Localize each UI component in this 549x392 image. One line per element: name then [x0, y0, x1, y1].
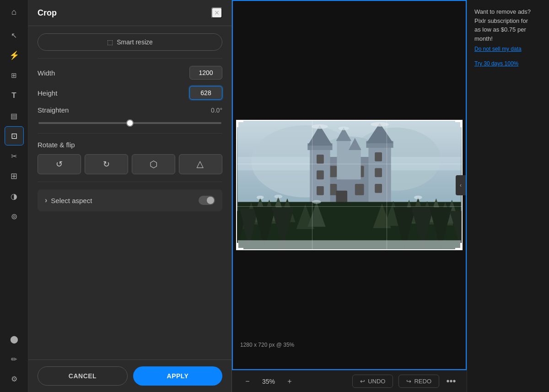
panel-title: Crop — [38, 8, 57, 18]
sidebar-item-brush[interactable]: ⬤ — [5, 329, 24, 349]
straighten-slider[interactable] — [38, 122, 221, 124]
divider-2 — [38, 133, 222, 134]
close-button[interactable]: × — [211, 7, 222, 18]
more-button[interactable]: ••• — [445, 375, 458, 388]
ad-panel: Want to remove ads? Pixlr subscription f… — [467, 0, 549, 392]
flip-v-icon: ◁ — [195, 161, 206, 168]
aspect-toggle[interactable] — [199, 196, 215, 205]
divider-1 — [38, 58, 222, 59]
redo-button[interactable]: ↪ REDO — [398, 375, 439, 388]
cancel-button[interactable]: CANCEL — [38, 366, 128, 386]
sidebar-item-adjust[interactable]: ⊞ — [5, 166, 24, 186]
app-container: ⌂ ↖ ⚡ ⊞ T ▤ ⊡ ✂ ⊞ ◑ ⊚ ⬤ ✏ ⚙ Crop × ⬚ Sma… — [0, 0, 549, 392]
svg-point-50 — [257, 196, 264, 199]
flip-horizontal-button[interactable]: ⬡ — [132, 154, 175, 174]
width-label: Width — [38, 69, 55, 77]
svg-rect-10 — [355, 184, 364, 195]
sidebar-item-pen[interactable]: ✏ — [5, 349, 24, 369]
sidebar-item-home[interactable]: ⌂ — [5, 2, 24, 21]
svg-rect-16 — [317, 170, 324, 179]
zoom-out-button[interactable]: − — [241, 375, 254, 388]
rotate-flip-label: Rotate & flip — [38, 141, 222, 149]
divider-3 — [38, 182, 222, 182]
image-container — [236, 120, 463, 250]
ad-link-2[interactable]: Try 30 days 100% — [474, 60, 542, 67]
width-input[interactable] — [189, 66, 222, 80]
svg-rect-23 — [375, 184, 382, 193]
height-input[interactable] — [189, 86, 222, 100]
rotate-cw-button[interactable]: ↻ — [85, 154, 128, 174]
ad-line1: Want to remove ads? — [474, 8, 531, 15]
svg-rect-24 — [337, 139, 350, 179]
sidebar-item-spiral[interactable]: ⊚ — [5, 207, 24, 226]
svg-rect-62 — [237, 240, 461, 249]
sidebar-item-layers[interactable]: ⊞ — [5, 66, 24, 85]
right-arrow-icon: ‹ — [460, 182, 462, 188]
sidebar-item-contrast[interactable]: ◑ — [5, 187, 24, 206]
svg-rect-21 — [375, 152, 382, 161]
svg-rect-26 — [350, 148, 361, 179]
rotate-flip-row: ↺ ↻ ⬡ ◁ — [38, 154, 222, 174]
zoom-value: 35% — [259, 378, 278, 385]
ad-text-1: Want to remove ads? Pixlr subscription f… — [474, 7, 542, 43]
sidebar-item-flash[interactable]: ⚡ — [5, 46, 24, 65]
height-row: Height — [38, 86, 222, 100]
canvas-area: 1280 x 720 px @ 35% ‹ — [232, 0, 467, 370]
sidebar-item-settings[interactable]: ⚙ — [5, 369, 24, 388]
svg-point-53 — [312, 200, 321, 204]
svg-point-31 — [371, 122, 388, 127]
zoom-out-icon: − — [245, 377, 249, 386]
ad-line4: month! — [474, 35, 493, 42]
redo-icon: ↪ — [406, 378, 411, 385]
sidebar-item-text[interactable]: T — [5, 86, 24, 105]
flip-h-icon: ⬡ — [150, 159, 157, 170]
apply-button[interactable]: APPLY — [133, 366, 222, 386]
rotate-ccw-icon: ↺ — [56, 159, 63, 169]
svg-rect-22 — [375, 168, 382, 177]
canvas-info: 1280 x 720 px @ 35% — [240, 342, 294, 348]
smart-resize-label: Smart resize — [117, 38, 153, 46]
undo-label: UNDO — [368, 378, 385, 385]
rotate-cw-icon: ↻ — [103, 159, 110, 169]
icon-sidebar: ⌂ ↖ ⚡ ⊞ T ▤ ⊡ ✂ ⊞ ◑ ⊚ ⬤ ✏ ⚙ — [0, 0, 28, 392]
svg-rect-15 — [317, 155, 324, 164]
ad-link-1[interactable]: Do not sell my data — [474, 46, 542, 52]
svg-point-32 — [338, 127, 349, 130]
aspect-chevron-icon: › — [45, 196, 47, 204]
aspect-left: › Select aspect — [45, 196, 92, 204]
ad-line3: as low as $0.75 per — [474, 26, 526, 33]
aspect-section[interactable]: › Select aspect — [38, 189, 222, 211]
sidebar-item-select[interactable]: ↖ — [5, 26, 24, 45]
smart-resize-icon: ⬚ — [107, 38, 113, 46]
sidebar-item-pattern[interactable]: ▤ — [5, 106, 24, 125]
height-label: Height — [38, 89, 57, 97]
zoom-in-icon: + — [287, 377, 291, 386]
flip-vertical-button[interactable]: ◁ — [179, 154, 222, 174]
sidebar-item-crop[interactable]: ⊡ — [5, 126, 24, 145]
crop-panel: Crop × ⬚ Smart resize Width Height St — [28, 0, 232, 392]
undo-icon: ↩ — [360, 378, 365, 385]
smart-resize-button[interactable]: ⬚ Smart resize — [38, 33, 222, 51]
svg-point-52 — [414, 196, 422, 199]
panel-header: Crop × — [28, 0, 231, 26]
ad-line2: Pixlr subscription for — [474, 17, 528, 24]
right-panel-toggle[interactable]: ‹ — [456, 175, 466, 195]
panel-content: ⬚ Smart resize Width Height Straighten 0… — [28, 26, 231, 360]
straighten-label: Straighten — [38, 106, 69, 114]
aspect-label: Select aspect — [51, 197, 92, 204]
panel-footer: CANCEL APPLY — [28, 360, 231, 392]
straighten-row: Straighten 0.0° — [38, 106, 222, 114]
svg-point-30 — [312, 124, 328, 129]
sidebar-item-cut[interactable]: ✂ — [5, 146, 24, 166]
straighten-slider-container — [38, 118, 222, 126]
svg-rect-17 — [317, 186, 324, 195]
width-row: Width — [38, 66, 222, 80]
bottom-toolbar: − 35% + ↩ UNDO ↪ REDO ••• — [232, 370, 467, 392]
redo-label: REDO — [414, 378, 431, 385]
rotate-ccw-button[interactable]: ↺ — [38, 154, 81, 174]
undo-button[interactable]: ↩ UNDO — [352, 375, 393, 388]
straighten-value: 0.0° — [211, 107, 222, 114]
svg-point-51 — [274, 195, 282, 199]
zoom-in-button[interactable]: + — [283, 375, 296, 388]
castle-image — [236, 120, 463, 250]
